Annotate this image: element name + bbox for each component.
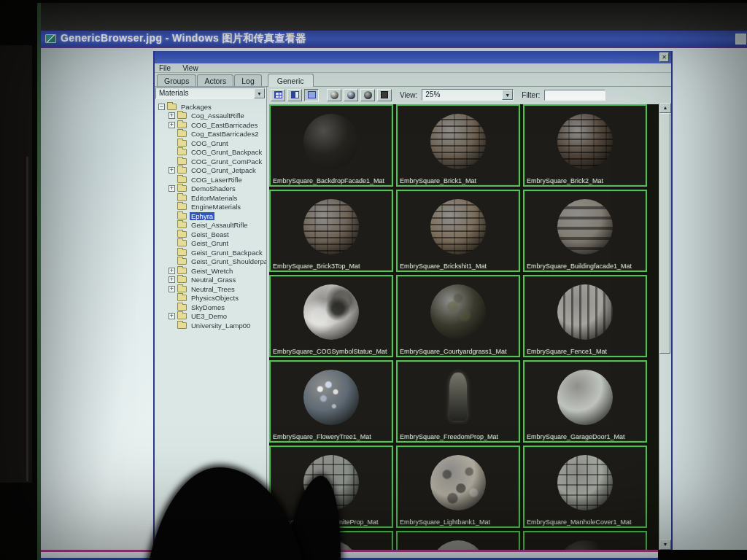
material-sphere-preview <box>303 284 359 340</box>
expand-icon[interactable]: + <box>169 112 175 119</box>
tree-item-label: UE3_Demo <box>190 312 228 320</box>
tree-item[interactable]: Geist_AssaultRifle <box>155 221 266 230</box>
projected-screen: GenericBrowser.jpg - Windows 图片和传真查看器 ✕ … <box>37 0 747 560</box>
tree-item[interactable]: +COG_Grunt_Jetpack <box>155 166 266 176</box>
tree-item[interactable]: +DemoShaders <box>155 184 266 194</box>
sphere3-primitive-button[interactable] <box>360 89 375 101</box>
menu-view[interactable]: View <box>182 64 198 72</box>
tree-item[interactable]: Cog_EastBarricades2 <box>155 130 266 139</box>
tree-spacer <box>169 240 175 246</box>
material-tile[interactable]: EmbrySquare_Brick1_Mat <box>396 104 520 187</box>
material-name-label: EmbrySquare_FreedomProp_Mat <box>400 433 517 440</box>
tab-log[interactable]: Log <box>234 74 262 86</box>
material-tile[interactable]: EmbrySquare_FreedomProp_Mat <box>396 360 520 443</box>
material-tile[interactable]: EmbrySquare_Buildingfacade1_Mat <box>523 190 647 272</box>
tree-spacer <box>169 149 175 155</box>
chevron-down-icon[interactable]: ▼ <box>502 90 513 100</box>
picture-viewer-icon <box>45 34 56 43</box>
material-texture-overlay <box>557 284 613 340</box>
tree-item[interactable]: PhysicsObjects <box>155 294 266 303</box>
tree-item[interactable]: SkyDomes <box>155 303 266 312</box>
close-icon[interactable]: ✕ <box>659 52 669 62</box>
tree-item[interactable]: Geist_Grunt_Shoulderpad <box>155 257 266 267</box>
material-tile[interactable]: EmbrySquare_ManholeCover1_Mat <box>523 446 647 528</box>
tree-item-label: Geist_AssaultRifle <box>190 221 249 229</box>
tree-item[interactable]: COG_Grunt <box>155 139 266 148</box>
tree-item-label: EngineMaterials <box>190 203 242 211</box>
tree-item[interactable]: +Neutral_Trees <box>155 284 266 294</box>
sphere2-primitive-button[interactable] <box>344 89 358 101</box>
material-tile[interactable] <box>396 531 520 550</box>
folder-icon <box>177 185 187 192</box>
split-view-button[interactable] <box>287 89 302 101</box>
material-tile[interactable]: EmbrySquare_GarageDoor1_Mat <box>523 360 647 443</box>
expand-icon[interactable]: + <box>169 276 175 283</box>
material-name-label: EmbrySquare_BackdropFacade1_Mat <box>273 177 390 184</box>
tree-item[interactable]: COG_Grunt_Backpack <box>155 148 266 158</box>
tree-item-label: Cog_AssaultRifle <box>190 112 246 120</box>
tree-item[interactable]: +Neutral_Grass <box>155 276 266 285</box>
tab-actors[interactable]: Actors <box>197 74 233 86</box>
shaded-sphere-icon <box>347 91 355 99</box>
scroll-up-icon[interactable]: ▲ <box>659 103 671 113</box>
viewer-window-button[interactable] <box>735 34 746 44</box>
expand-icon[interactable]: + <box>169 122 175 128</box>
scroll-down-icon[interactable]: ▼ <box>659 540 671 550</box>
tree-item[interactable]: −Packages <box>155 102 266 112</box>
expand-icon[interactable]: + <box>169 185 175 192</box>
tree-item[interactable]: COG_Grunt_ComPack <box>155 157 266 166</box>
material-tile[interactable]: EmbrySquare_COGSymbolStatue_Mat <box>269 275 393 357</box>
tree-item[interactable]: Geist_Grunt <box>155 239 266 249</box>
material-name-label: EmbrySquare_Lightbank1_Mat <box>400 518 517 526</box>
material-texture-overlay <box>557 199 613 254</box>
filter-input[interactable] <box>544 90 605 101</box>
folder-icon <box>177 140 187 147</box>
tree-item[interactable]: EngineMaterials <box>155 203 266 212</box>
tree-item[interactable]: Geist_Grunt_Backpack <box>155 248 266 257</box>
expand-icon[interactable]: + <box>169 286 175 292</box>
material-tile[interactable]: EmbrySquare_FloweryTree1_Mat <box>269 360 393 443</box>
tree-item-label: Packages <box>179 103 213 111</box>
tree-item[interactable]: +Geist_Wretch <box>155 266 266 276</box>
scrollbar-thumb[interactable] <box>659 113 670 354</box>
resource-type-dropdown[interactable]: Materials ▼ <box>155 88 266 99</box>
material-tile[interactable] <box>523 531 647 550</box>
material-tile[interactable]: EmbrySquare_Courtyardgrass1_Mat <box>396 275 520 357</box>
expand-icon[interactable]: + <box>169 268 175 274</box>
tree-item[interactable]: +UE3_Demo <box>155 312 266 322</box>
screen-bottom-strip <box>41 550 658 560</box>
tree-item[interactable]: University_Lamp00 <box>155 321 266 330</box>
preview-view-button[interactable] <box>304 89 319 101</box>
material-tile[interactable]: EmbrySquare_Fence1_Mat <box>523 275 647 357</box>
material-tile[interactable]: EmbrySquare_Brick2_Mat <box>523 104 647 187</box>
thumbnail-view-button[interactable] <box>271 89 285 101</box>
chevron-down-icon[interactable]: ▼ <box>254 88 265 98</box>
cube-icon <box>381 91 388 98</box>
tab-groups[interactable]: Groups <box>157 74 196 86</box>
tree-item[interactable]: +Cog_AssaultRifle <box>155 112 266 121</box>
material-tile[interactable]: EmbrySquare_Lightbank1_Mat <box>396 446 520 528</box>
material-tile[interactable]: EmbrySquare_Brick3Top_Mat <box>269 190 393 272</box>
tree-item[interactable]: COG_LaserRifle <box>155 175 266 184</box>
tree-item[interactable]: Geist_Beast <box>155 230 266 239</box>
zoom-level-dropdown[interactable]: 25% ▼ <box>422 89 514 101</box>
sphere-primitive-button[interactable] <box>327 89 341 101</box>
menu-file[interactable]: File <box>159 64 171 72</box>
material-sphere-preview <box>430 370 486 425</box>
cube-primitive-button[interactable] <box>377 89 392 101</box>
collapse-icon[interactable]: − <box>158 104 165 110</box>
vertical-scrollbar[interactable]: ▲ ▼ <box>659 103 671 550</box>
material-texture-overlay <box>430 284 486 340</box>
grid-view-icon <box>274 91 282 98</box>
tree-item[interactable]: EditorMaterials <box>155 193 266 203</box>
tree-item[interactable]: +COG_EastBarricades <box>155 120 266 130</box>
folder-icon <box>177 276 187 283</box>
material-texture-overlay <box>430 114 486 169</box>
material-tile[interactable]: EmbrySquare_Brickshit1_Mat <box>396 190 520 272</box>
expand-icon[interactable]: + <box>169 313 175 319</box>
tab-generic[interactable]: Generic <box>268 74 314 87</box>
material-tile[interactable]: EmbrySquare_BackdropFacade1_Mat <box>269 104 393 187</box>
expand-icon[interactable]: + <box>169 167 175 174</box>
tree-item[interactable]: Ephyra <box>155 211 266 221</box>
folder-icon <box>177 313 187 319</box>
